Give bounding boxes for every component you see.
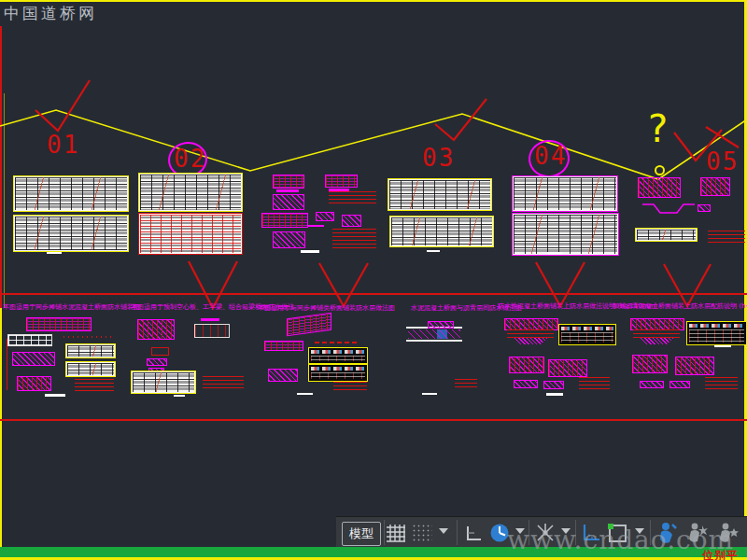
deck-section-detail <box>325 175 358 188</box>
sheet-02-table-lower-redlined[interactable] <box>138 213 243 255</box>
frame-line-left-yellow <box>0 308 2 557</box>
sheet-number-05[interactable]: 05 <box>706 149 739 174</box>
status-bar: 模型 <box>336 516 747 548</box>
object-snap-tracking-icon[interactable] <box>581 523 601 543</box>
polar-dropdown-caret[interactable] <box>515 528 525 534</box>
sheet-03-table-upper[interactable] <box>388 178 492 211</box>
red-note-lines <box>708 231 745 244</box>
check-mark-01 <box>35 80 90 131</box>
red-dash-row <box>63 336 115 338</box>
hatched-block <box>543 381 564 389</box>
frame-line-left-red <box>0 26 2 308</box>
snap-dropdown-caret[interactable] <box>439 528 448 534</box>
deck-section-detail <box>261 213 308 228</box>
separator <box>575 520 576 545</box>
white-grid-table <box>7 334 52 346</box>
dark-mini-table[interactable] <box>308 347 368 364</box>
hatched-block <box>273 194 304 210</box>
scale-bar <box>174 395 185 397</box>
magenta-underline <box>276 189 299 192</box>
sheet-04-table-upper[interactable] <box>512 175 618 212</box>
isometric-dropdown-caret[interactable] <box>561 528 571 534</box>
sheet-number-03[interactable]: 03 <box>422 146 455 170</box>
annotation-visibility-icon[interactable] <box>657 521 680 545</box>
check-mark-row2-b <box>319 263 368 306</box>
red-note-lines <box>203 376 244 389</box>
scale-bar <box>422 393 437 395</box>
dark-mini-table[interactable] <box>308 364 368 382</box>
channel-section-outline <box>642 204 695 213</box>
object-snap-dropdown-caret[interactable] <box>635 528 644 534</box>
hatched-slab <box>268 369 298 382</box>
scale-bar <box>47 252 62 254</box>
grid-display-icon[interactable] <box>412 524 432 542</box>
dark-mini-table[interactable] <box>686 321 747 345</box>
mini-table[interactable] <box>65 343 116 358</box>
separator <box>384 520 385 545</box>
stepped-deck-section <box>287 313 331 337</box>
mini-table[interactable] <box>131 371 196 394</box>
object-snap-icon[interactable] <box>609 525 627 542</box>
beam-elevation <box>26 317 92 331</box>
beam-box-section <box>194 324 230 338</box>
red-note-lines <box>329 191 376 206</box>
red-edge-tick <box>7 339 7 390</box>
question-mark[interactable]: ? <box>648 110 668 147</box>
scale-bar <box>297 393 313 395</box>
sheet-03-table-lower[interactable] <box>389 216 494 247</box>
sheet-number-01[interactable]: 01 <box>47 133 79 157</box>
annotation-scale-icon[interactable] <box>715 521 741 545</box>
cross-stroke-05 <box>706 127 739 147</box>
sheet-05-mini-table[interactable] <box>635 228 698 242</box>
red-dimension-row <box>315 342 358 343</box>
pier-trapezoid <box>639 338 674 344</box>
model-tab-button[interactable]: 模型 <box>342 522 381 546</box>
sheet-number-02[interactable]: 02 <box>174 147 206 171</box>
site-watermark-top: 中国道桥网 <box>4 3 97 24</box>
separator <box>529 520 529 545</box>
cross-section-detail <box>632 355 668 373</box>
isometric-drafting-icon[interactable] <box>534 523 557 543</box>
snap-mode-icon[interactable] <box>386 523 406 543</box>
separator <box>650 520 651 545</box>
cross-section-detail <box>675 357 714 375</box>
frame-line-top <box>0 0 747 2</box>
hatched-block <box>514 380 538 388</box>
mini-table[interactable] <box>65 361 116 377</box>
autoscale-icon[interactable] <box>685 521 710 545</box>
red-note-lines <box>705 377 738 389</box>
scale-bar <box>427 250 440 252</box>
check-mark-row2-d <box>664 264 711 306</box>
dark-mini-table[interactable] <box>558 324 616 345</box>
sheet-02-table-upper[interactable] <box>138 173 243 212</box>
scale-bar <box>45 394 65 397</box>
sheet-04-table-lower[interactable] <box>512 213 619 256</box>
deck-section-detail <box>273 175 304 189</box>
cross-section-detail <box>509 357 544 373</box>
separator <box>457 520 458 545</box>
scale-bar <box>181 252 196 254</box>
green-status-strip <box>0 547 747 557</box>
hatched-block <box>428 321 454 329</box>
hatched-block <box>698 204 711 212</box>
red-divider-lower <box>0 419 747 421</box>
sheet-01-table-lower[interactable] <box>13 215 129 252</box>
red-note-lines <box>455 379 477 387</box>
cross-section-detail <box>17 376 51 391</box>
yellow-leader-polyline <box>0 110 747 179</box>
cross-section-detail <box>700 177 730 196</box>
sheet-number-04[interactable]: 04 <box>534 144 567 168</box>
red-layer-lines <box>633 329 680 338</box>
cross-section-detail <box>548 359 587 377</box>
ortho-mode-icon[interactable] <box>464 525 483 543</box>
cad-model-space[interactable]: 01 02 03 04 05 ? 本图适用于同步摊铺水泥混凝土桥面防水铺装图 本… <box>0 0 747 560</box>
polar-tracking-icon[interactable] <box>489 523 510 543</box>
section-title-3: 本图适用于与同步摊铺类桥面铺装防水层做法图 <box>258 303 395 313</box>
red-note-lines <box>75 379 114 391</box>
corner-watermark: 位别平 <box>702 548 739 560</box>
pier-trapezoid <box>513 338 548 344</box>
section-title-1: 本图适用于同步摊铺水泥混凝土桥面防水铺装图 <box>3 302 140 312</box>
check-mark-row2-c <box>536 262 585 306</box>
sheet-01-table-upper[interactable] <box>13 175 129 212</box>
deck-rail-bottom <box>406 340 462 342</box>
